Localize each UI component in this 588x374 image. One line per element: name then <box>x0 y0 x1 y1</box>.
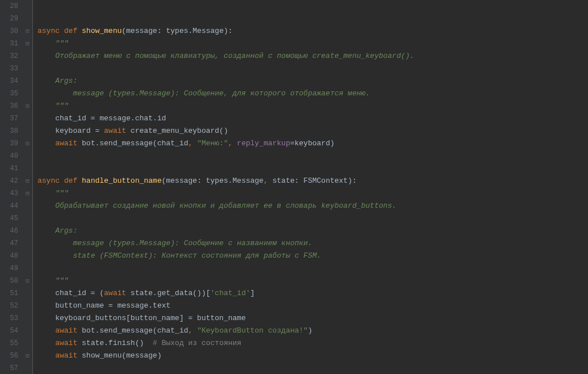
code-line[interactable]: state (FSMContext): Контекст состояния д… <box>37 250 588 262</box>
fold-toggle-icon[interactable] <box>23 350 32 362</box>
code-token <box>37 89 73 98</box>
fold-toggle-icon[interactable] <box>23 275 32 287</box>
fold-spacer <box>23 337 32 350</box>
code-line[interactable]: """ <box>37 275 588 287</box>
code-line[interactable] <box>37 12 588 25</box>
line-number: 43 <box>0 187 18 200</box>
code-token: show_menu <box>82 27 122 35</box>
code-token <box>37 77 55 85</box>
line-number: 52 <box>0 300 18 312</box>
code-line[interactable]: message (types.Message): Сообщение, для … <box>37 87 588 100</box>
code-token <box>37 139 55 148</box>
code-token: await <box>55 339 82 347</box>
code-editor[interactable]: async def show_menu(message: types.Messa… <box>33 0 588 374</box>
code-token: chat_id = ( <box>37 289 104 297</box>
code-token: state: FSMContext): <box>273 177 357 185</box>
line-number: 54 <box>0 325 18 337</box>
code-line[interactable]: await bot.send_message(chat_id, "Keyboar… <box>37 325 588 337</box>
code-line[interactable]: await state.finish() # Выход из состояни… <box>37 337 588 350</box>
line-number: 34 <box>0 75 18 87</box>
line-number: 53 <box>0 312 18 325</box>
line-number: 30 <box>0 25 18 37</box>
code-token: """ <box>55 39 68 48</box>
code-token: Отображает меню с помощью клавиатуры, со… <box>55 52 414 60</box>
code-line[interactable]: async def show_menu(message: types.Messa… <box>37 25 588 37</box>
code-token: message (types.Message): Сообщение с наз… <box>73 239 312 247</box>
code-token: Args: <box>55 226 77 235</box>
code-line[interactable]: keyboard_buttons[button_name] = button_n… <box>37 312 588 325</box>
code-line[interactable]: await bot.send_message(chat_id, "Меню:",… <box>37 137 588 150</box>
code-token: """ <box>55 102 68 110</box>
line-number: 57 <box>0 362 18 374</box>
fold-spacer <box>23 125 32 137</box>
code-line[interactable]: chat_id = (await state.get_data())['chat… <box>37 287 588 300</box>
fold-toggle-icon[interactable] <box>23 25 32 37</box>
fold-spacer <box>23 112 32 125</box>
line-number: 51 <box>0 287 18 300</box>
code-token <box>37 226 55 235</box>
fold-spacer <box>23 150 32 162</box>
code-token: # Выход из состояния <box>153 339 241 347</box>
fold-spacer <box>23 262 32 275</box>
code-token <box>37 102 55 110</box>
code-line[interactable] <box>37 0 588 12</box>
code-token <box>37 239 73 247</box>
code-line[interactable]: message (types.Message): Сообщение с наз… <box>37 237 588 250</box>
fold-spacer <box>23 312 32 325</box>
code-token: , <box>228 139 237 148</box>
code-line[interactable]: keyboard = await create_menu_keyboard() <box>37 125 588 137</box>
code-token: chat_id = message.chat.id <box>37 114 166 123</box>
fold-spacer <box>23 362 32 374</box>
code-line[interactable] <box>37 62 588 75</box>
line-number: 37 <box>0 112 18 125</box>
code-line[interactable]: """ <box>37 187 588 200</box>
line-number: 44 <box>0 200 18 212</box>
code-line[interactable]: button_name = message.text <box>37 300 588 312</box>
code-line[interactable]: async def handle_button_name(message: ty… <box>37 175 588 187</box>
fold-spacer <box>23 50 32 62</box>
line-number: 47 <box>0 237 18 250</box>
fold-spacer <box>23 225 32 237</box>
code-line[interactable] <box>37 150 588 162</box>
line-number: 35 <box>0 87 18 100</box>
code-token: await <box>55 326 82 335</box>
fold-spacer <box>23 250 32 262</box>
code-token <box>37 276 55 285</box>
code-token: bot.send_message(chat_id <box>82 326 188 335</box>
line-number: 33 <box>0 62 18 75</box>
fold-spacer <box>23 75 32 87</box>
code-token: show_menu(message) <box>82 351 161 360</box>
code-line[interactable]: """ <box>37 100 588 112</box>
code-token: message (types.Message): Сообщение, для … <box>73 89 370 98</box>
code-token: ) <box>308 326 312 335</box>
code-token: button_name = message.text <box>37 301 170 310</box>
code-token: 'chat_id' <box>210 289 250 297</box>
code-token: , <box>188 326 197 335</box>
code-token <box>37 201 55 210</box>
code-line[interactable] <box>37 262 588 275</box>
code-line[interactable]: await show_menu(message) <box>37 350 588 362</box>
code-line[interactable] <box>37 212 588 225</box>
code-token: reply_markup <box>237 139 290 148</box>
code-token: bot.send_message(chat_id <box>82 139 188 148</box>
fold-toggle-icon[interactable] <box>23 175 32 187</box>
code-line[interactable]: Отображает меню с помощью клавиатуры, со… <box>37 50 588 62</box>
code-line[interactable]: """ <box>37 37 588 50</box>
code-line[interactable]: Args: <box>37 75 588 87</box>
code-line[interactable] <box>37 362 588 374</box>
code-token: await <box>104 127 131 135</box>
code-token: def <box>64 177 82 185</box>
code-line[interactable]: chat_id = message.chat.id <box>37 112 588 125</box>
fold-spacer <box>23 300 32 312</box>
code-line[interactable] <box>37 162 588 175</box>
fold-toggle-icon[interactable] <box>23 37 32 50</box>
line-number: 31 <box>0 37 18 50</box>
code-token <box>37 351 55 360</box>
line-number: 46 <box>0 225 18 237</box>
fold-toggle-icon[interactable] <box>23 187 32 200</box>
fold-gutter[interactable] <box>23 0 33 374</box>
code-line[interactable]: Обрабатывает создание новой кнопки и доб… <box>37 200 588 212</box>
fold-toggle-icon[interactable] <box>23 137 32 150</box>
fold-toggle-icon[interactable] <box>23 100 32 112</box>
code-line[interactable]: Args: <box>37 225 588 237</box>
